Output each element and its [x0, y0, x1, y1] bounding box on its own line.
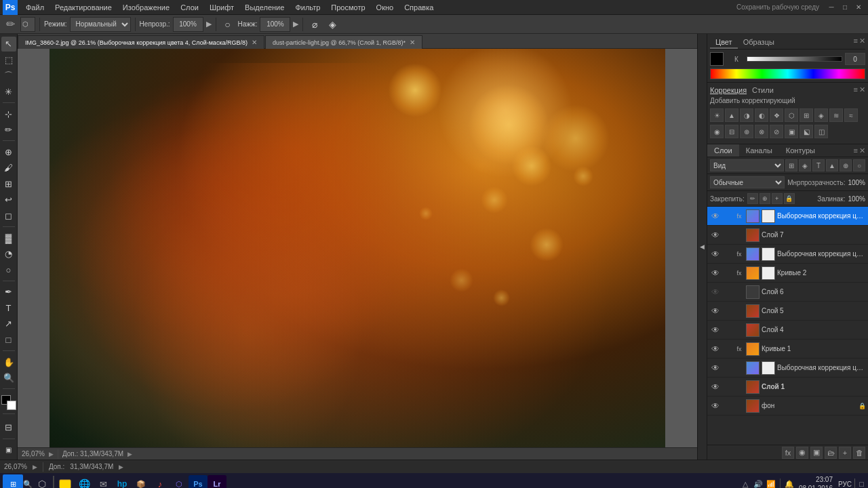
corr-threshold-icon[interactable]: ⊕ [740, 125, 753, 138]
taskbar-taskview[interactable]: ⬡ [33, 475, 52, 488]
tray-sound[interactable]: 🔊 [753, 479, 764, 488]
corr-something-icon[interactable]: ◫ [814, 125, 828, 138]
lasso-tool[interactable]: ⌒ [1, 68, 16, 83]
layer-vis-3[interactable]: 👁 [710, 268, 721, 279]
taskbar-winrar[interactable]: 📦 [132, 475, 151, 488]
tab-correction[interactable]: Коррекция [710, 86, 747, 94]
gradient-tool[interactable]: ▓ [1, 230, 16, 245]
corr-photofilter-icon[interactable]: ≋ [829, 108, 843, 122]
taskbar-ps[interactable]: Ps [189, 475, 208, 488]
panel-collapse-button[interactable]: ◀ [697, 34, 707, 460]
tab-dust-close[interactable]: ✕ [410, 39, 415, 46]
lock-art-board-icon[interactable]: + [772, 193, 783, 204]
color-panel-expand[interactable]: ✕ [859, 37, 865, 49]
tray-notification[interactable]: 🔔 [784, 479, 795, 488]
brush-size-preset[interactable]: ⬡ [20, 17, 35, 32]
opacity-input[interactable] [173, 17, 203, 32]
layer-item-3[interactable]: 👁 fx Кривые 2 [707, 264, 868, 283]
marquee-tool[interactable]: ⬚ [1, 53, 16, 68]
blur-tool[interactable]: ◔ [1, 247, 16, 262]
minimize-button[interactable]: ─ [825, 1, 838, 14]
layer-item-9[interactable]: 👁 Слой 1 [707, 378, 868, 396]
taskbar-browser[interactable]: 🌐 [75, 475, 94, 488]
corr-invert-icon[interactable]: ◉ [710, 125, 724, 138]
layer-vis-1[interactable]: 👁 [710, 230, 721, 241]
zoom-tool[interactable]: 🔍 [1, 371, 16, 386]
corr-curves-icon[interactable]: ◑ [740, 108, 753, 122]
menu-edit[interactable]: Редактирование [50, 0, 117, 14]
menu-layers[interactable]: Слои [175, 0, 204, 14]
language-indicator[interactable]: РУС [838, 481, 852, 488]
dodge-tool[interactable]: ○ [1, 262, 16, 277]
tab-color[interactable]: Цвет [710, 37, 738, 49]
menu-type[interactable]: Шрифт [204, 0, 239, 14]
layer-filter-toggle[interactable]: ○ [853, 159, 865, 171]
screen-mode[interactable]: ▣ [1, 443, 16, 458]
new-adjustment-button[interactable]: ▣ [810, 447, 823, 459]
layer-item-10[interactable]: 👁 фон 🔒 [707, 396, 868, 415]
new-group-button[interactable]: 🗁 [825, 447, 837, 459]
layer-filter-icon4[interactable]: ▲ [826, 159, 838, 171]
magic-wand-tool[interactable]: ✳ [1, 85, 16, 100]
correction-panel-options[interactable]: ≡ [854, 85, 858, 94]
layer-filter-icon2[interactable]: ◈ [799, 159, 811, 171]
tab-paths[interactable]: Контуры [779, 144, 822, 157]
zoom-arrow-icon[interactable]: ▶ [49, 451, 54, 458]
layer-vis-6[interactable]: 👁 [710, 325, 721, 336]
color-spectrum[interactable] [710, 68, 865, 79]
maximize-button[interactable]: □ [838, 1, 852, 14]
layer-item-1[interactable]: 👁 Слой 7 [707, 226, 868, 245]
layer-vis-10[interactable]: 👁 [710, 401, 721, 411]
layer-item-2[interactable]: 👁 fx Выборочная коррекция цвета 3 [707, 245, 868, 264]
menu-view[interactable]: Просмотр [326, 0, 370, 14]
clone-tool[interactable]: ⊞ [1, 177, 16, 192]
crop-tool[interactable]: ⊹ [1, 106, 16, 121]
layer-vis-7[interactable]: 👁 [710, 344, 721, 354]
corr-pattern-icon[interactable]: ⬕ [800, 125, 813, 138]
shape-tool[interactable]: □ [1, 333, 16, 348]
flow-input[interactable] [260, 17, 290, 32]
menu-file[interactable]: Файл [20, 0, 50, 14]
tab-main-image[interactable]: IMG_3860-2.jpg @ 26.1% (Выборочная корре… [18, 35, 264, 49]
layers-panel-close[interactable]: ✕ [859, 146, 865, 155]
layer-item-8[interactable]: 👁 Выборочная коррекция цвета 2 [707, 359, 868, 378]
layer-vis-2[interactable]: 👁 [710, 249, 721, 260]
brush-tool[interactable]: 🖌 [1, 161, 16, 176]
taskbar-lr[interactable]: Lr [208, 475, 226, 488]
clock[interactable]: 23:07 08.01.2016 [799, 475, 833, 488]
layer-item-7[interactable]: 👁 fx Кривые 1 [707, 340, 868, 359]
tab-main-close[interactable]: ✕ [252, 39, 257, 46]
corr-selective-icon[interactable]: ⊘ [770, 125, 783, 138]
menu-image[interactable]: Изображение [117, 0, 175, 14]
pen-tool[interactable]: ✒ [1, 285, 16, 300]
taskbar-explorer[interactable] [56, 475, 75, 488]
menu-window[interactable]: Окно [371, 0, 399, 14]
layer-vis-4[interactable]: 👁 [710, 287, 721, 298]
tab-swatches[interactable]: Образцы [738, 37, 780, 49]
corr-solidcolor-icon[interactable]: ▣ [785, 125, 798, 138]
correction-panel-close[interactable]: ✕ [859, 85, 865, 94]
delete-layer-button[interactable]: 🗑 [853, 447, 865, 459]
corr-levels-icon[interactable]: ▲ [725, 108, 738, 122]
eyedropper-tool[interactable]: ✏ [1, 123, 16, 138]
blend-mode-select[interactable]: Нормальный [70, 17, 131, 32]
layer-item-6[interactable]: 👁 Слой 4 [707, 321, 868, 340]
corr-gradient-icon[interactable]: ⊗ [755, 125, 768, 138]
layer-vis-9[interactable]: 👁 [710, 382, 721, 392]
add-layer-style-button[interactable]: fx [782, 447, 794, 459]
tab-dust-image[interactable]: dust-particle-light.jpg @ 66,7% (Слой 1,… [265, 35, 422, 49]
tablet-pressure-icon[interactable]: ◈ [325, 17, 340, 32]
corr-bw-icon[interactable]: ◈ [814, 108, 828, 122]
search-icon[interactable]: 🔍 [23, 475, 33, 488]
corr-hsl-icon[interactable]: ⬡ [785, 108, 798, 122]
status-doc-arrow[interactable]: ▶ [119, 464, 123, 470]
color-value-k[interactable]: 0 [845, 53, 865, 65]
background-color[interactable] [7, 401, 16, 410]
taskbar-mail[interactable]: ✉ [94, 475, 113, 488]
start-button[interactable]: ⊞ [3, 474, 23, 488]
color-panel-options[interactable]: ≡ [854, 37, 858, 49]
new-layer-button[interactable]: + [839, 447, 851, 459]
corr-colorbalance-icon[interactable]: ⊞ [800, 108, 813, 122]
layers-panel-options[interactable]: ≡ [854, 146, 858, 155]
airbrush-icon[interactable]: ○ [220, 17, 235, 32]
